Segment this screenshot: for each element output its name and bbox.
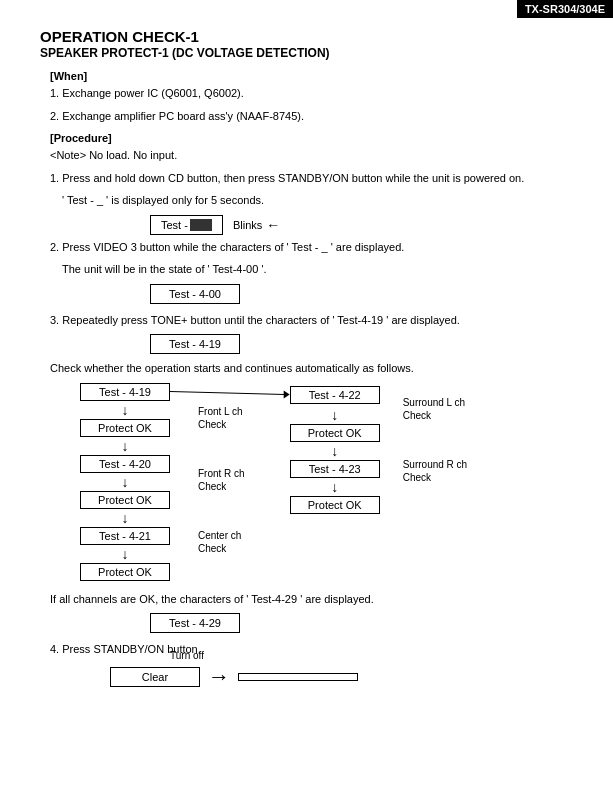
blink-cursor	[190, 219, 212, 231]
when-line2: 2. Exchange amplifier PC board ass'y (NA…	[50, 108, 583, 125]
step2-text: 2. Press VIDEO 3 button while the charac…	[50, 239, 583, 256]
main-title: OPERATION CHECK-1	[40, 28, 583, 45]
flow-box-test420: Test - 4-20	[80, 455, 170, 473]
step3-display-box: Test - 4-19	[150, 334, 240, 354]
label-front-r: Front R chCheck	[198, 467, 245, 493]
label-surround-l: Surround L chCheck	[403, 396, 467, 422]
label-front-l: Front L chCheck	[198, 405, 245, 431]
arrow-3: ↓	[122, 474, 129, 490]
arrow-r3: ↓	[331, 479, 338, 495]
arrow-r1: ↓	[331, 407, 338, 423]
step2-display-box: Test - 4-00	[150, 284, 240, 304]
check-note: Check whether the operation starts and c…	[50, 360, 583, 377]
procedure-note: <Note> No load. No input.	[50, 147, 583, 164]
flow-box-test422: Test - 4-22	[290, 386, 380, 404]
step2b-text: The unit will be in the state of ' Test-…	[62, 261, 583, 278]
when-label: [When]	[50, 70, 583, 82]
sub-title: SPEAKER PROTECT-1 (DC VOLTAGE DETECTION)	[40, 46, 583, 60]
model-label: TX-SR304/304E	[517, 0, 613, 18]
arrow-right-icon: →	[208, 664, 230, 690]
arrow-2: ↓	[122, 438, 129, 454]
label-surround-r: Surround R chCheck	[403, 458, 467, 484]
turn-off-label: Turn off	[170, 650, 204, 661]
arrow-1: ↓	[122, 402, 129, 418]
step1-box-text: Test -	[161, 219, 188, 231]
flow-box-protect-ok-r1: Protect OK	[290, 424, 380, 442]
blank-box	[238, 673, 358, 681]
step4-text: If all channels are OK, the characters o…	[50, 591, 583, 608]
step4-display-box: Test - 4-29	[150, 613, 240, 633]
arrow-r2: ↓	[331, 443, 338, 459]
step1-text: 1. Press and hold down CD button, then p…	[50, 170, 583, 187]
flow-box-protect-ok-1: Protect OK	[80, 419, 170, 437]
when-line1: 1. Exchange power IC (Q6001, Q6002).	[50, 85, 583, 102]
flow-box-protect-ok-r2: Protect OK	[290, 496, 380, 514]
step5-text: 4. Press STANDBY/ON button.	[50, 641, 583, 658]
flow-box-protect-ok-3: Protect OK	[80, 563, 170, 581]
step1b-text: ' Test - _ ' is displayed only for 5 sec…	[62, 192, 583, 209]
procedure-label: [Procedure]	[50, 132, 583, 144]
flow-box-test421: Test - 4-21	[80, 527, 170, 545]
arrow-5: ↓	[122, 546, 129, 562]
blink-arrow: ←	[266, 217, 280, 233]
flow-box-protect-ok-2: Protect OK	[80, 491, 170, 509]
blinks-label: Blinks	[233, 219, 262, 231]
step1-display-box: Test -	[150, 215, 223, 235]
flow-box-test423: Test - 4-23	[290, 460, 380, 478]
step3-text: 3. Repeatedly press TONE+ button until t…	[50, 312, 583, 329]
label-center: Center chCheck	[198, 529, 245, 555]
flow-box-test419: Test - 4-19	[80, 383, 170, 401]
arrow-4: ↓	[122, 510, 129, 526]
clear-box: Clear	[110, 667, 200, 687]
